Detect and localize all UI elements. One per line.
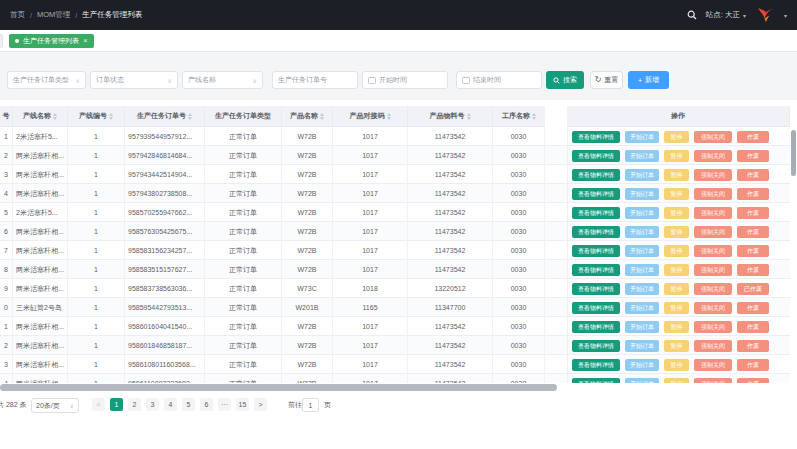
void-button[interactable]: 作废 xyxy=(737,321,769,333)
view-material-button[interactable]: 查看物料详情 xyxy=(572,226,620,238)
vertical-scrollbar-thumb[interactable] xyxy=(791,130,796,176)
breadcrumb-item[interactable]: 生产任务管理列表 xyxy=(82,10,142,20)
pause-button[interactable]: 暂停 xyxy=(664,359,689,371)
sort-carets-icon[interactable] xyxy=(109,113,113,120)
force-close-button[interactable]: 强制关闭 xyxy=(694,188,732,200)
horizontal-scrollbar[interactable] xyxy=(0,384,563,391)
col-header-line-name[interactable]: 产线名称 xyxy=(13,106,68,127)
prev-page-button[interactable]: < xyxy=(92,398,105,411)
sort-desc-icon[interactable] xyxy=(53,117,57,120)
pause-button[interactable]: 暂停 xyxy=(664,321,689,333)
view-material-button[interactable]: 查看物料详情 xyxy=(572,207,620,219)
clipped-tab[interactable] xyxy=(0,34,3,48)
void-button[interactable]: 作废 xyxy=(737,207,769,219)
force-close-button[interactable]: 强制关闭 xyxy=(694,169,732,181)
void-button[interactable]: 作废 xyxy=(737,131,769,143)
view-material-button[interactable]: 查看物料详情 xyxy=(572,283,620,295)
start-order-button[interactable]: 开始订单 xyxy=(625,378,659,384)
void-button[interactable]: 作废 xyxy=(737,378,769,384)
sort-carets-icon[interactable] xyxy=(467,113,471,120)
void-button[interactable]: 作废 xyxy=(737,188,769,200)
view-material-button[interactable]: 查看物料详情 xyxy=(572,302,620,314)
col-header-line-no[interactable]: 产线编号 xyxy=(68,106,125,127)
start-order-button[interactable]: 开始订单 xyxy=(625,131,659,143)
page-button[interactable]: 4 xyxy=(164,398,177,411)
force-close-button[interactable]: 强制关闭 xyxy=(694,226,732,238)
start-order-button[interactable]: 开始订单 xyxy=(625,245,659,257)
view-material-button[interactable]: 查看物料详情 xyxy=(572,340,620,352)
view-material-button[interactable]: 查看物料详情 xyxy=(572,188,620,200)
view-material-button[interactable]: 查看物料详情 xyxy=(572,131,620,143)
start-order-button[interactable]: 开始订单 xyxy=(625,169,659,181)
pause-button[interactable]: 暂停 xyxy=(664,283,689,295)
logo-phoenix-icon[interactable] xyxy=(755,6,775,24)
sort-asc-icon[interactable] xyxy=(188,113,192,116)
start-order-button[interactable]: 开始订单 xyxy=(625,264,659,276)
sort-desc-icon[interactable] xyxy=(320,117,324,120)
sort-desc-icon[interactable] xyxy=(109,117,113,120)
void-button[interactable]: 作废 xyxy=(737,150,769,162)
view-material-button[interactable]: 查看物料详情 xyxy=(572,245,620,257)
force-close-button[interactable]: 强制关闭 xyxy=(694,150,732,162)
sort-asc-icon[interactable] xyxy=(467,113,471,116)
start-date-input[interactable]: 开始时间 xyxy=(362,71,448,89)
page-button[interactable]: 1 xyxy=(110,398,123,411)
pause-button[interactable]: 暂停 xyxy=(664,150,689,162)
sort-desc-icon[interactable] xyxy=(467,117,471,120)
pause-button[interactable]: 暂停 xyxy=(664,264,689,276)
sort-carets-icon[interactable] xyxy=(188,113,192,120)
search-button[interactable]: 搜索 xyxy=(546,71,584,89)
force-close-button[interactable]: 强制关闭 xyxy=(694,302,732,314)
reset-button[interactable]: ↻ 重置 xyxy=(590,71,623,89)
next-page-button[interactable]: > xyxy=(254,398,267,411)
view-material-button[interactable]: 查看物料详情 xyxy=(572,264,620,276)
order-status-select[interactable]: 订单状态 ∨ xyxy=(90,71,178,89)
end-date-input[interactable]: 结束时间 xyxy=(456,71,542,89)
page-button[interactable]: 2 xyxy=(128,398,141,411)
start-order-button[interactable]: 开始订单 xyxy=(625,226,659,238)
page-button[interactable]: 5 xyxy=(182,398,195,411)
col-header-material-no[interactable]: 产品物料号 xyxy=(408,106,493,127)
sort-asc-icon[interactable] xyxy=(387,113,391,116)
sort-asc-icon[interactable] xyxy=(320,113,324,116)
pause-button[interactable]: 暂停 xyxy=(664,378,689,384)
force-close-button[interactable]: 强制关闭 xyxy=(694,359,732,371)
order-no-input[interactable]: 生产任务订单号 xyxy=(272,71,358,89)
start-order-button[interactable]: 开始订单 xyxy=(625,359,659,371)
pause-button[interactable]: 暂停 xyxy=(664,169,689,181)
sort-asc-icon[interactable] xyxy=(532,113,536,116)
force-close-button[interactable]: 强制关闭 xyxy=(694,245,732,257)
void-button[interactable]: 作废 xyxy=(737,359,769,371)
force-close-button[interactable]: 强制关闭 xyxy=(694,131,732,143)
pause-button[interactable]: 暂停 xyxy=(664,245,689,257)
page-button[interactable]: 15 xyxy=(236,398,249,411)
void-button[interactable]: 作废 xyxy=(737,169,769,181)
view-material-button[interactable]: 查看物料详情 xyxy=(572,169,620,181)
sort-carets-icon[interactable] xyxy=(53,113,57,120)
sort-desc-icon[interactable] xyxy=(532,117,536,120)
void-button[interactable]: 作废 xyxy=(737,226,769,238)
pause-button[interactable]: 暂停 xyxy=(664,188,689,200)
start-order-button[interactable]: 开始订单 xyxy=(625,321,659,333)
line-name-select[interactable]: 产线名称 ∨ xyxy=(182,71,263,89)
sort-asc-icon[interactable] xyxy=(109,113,113,116)
add-button[interactable]: + 新增 xyxy=(628,71,669,89)
col-header-process-name[interactable]: 工序名称 xyxy=(493,106,545,127)
col-header-dock-code[interactable]: 产品对接码 xyxy=(333,106,408,127)
sort-carets-icon[interactable] xyxy=(387,113,391,120)
more-pages-button[interactable]: ··· xyxy=(218,398,231,411)
force-close-button[interactable]: 强制关闭 xyxy=(694,283,732,295)
start-order-button[interactable]: 开始订单 xyxy=(625,188,659,200)
void-button[interactable]: 作废 xyxy=(737,245,769,257)
void-button[interactable]: 已作废 xyxy=(737,283,769,295)
sort-carets-icon[interactable] xyxy=(320,113,324,120)
force-close-button[interactable]: 强制关闭 xyxy=(694,264,732,276)
void-button[interactable]: 作废 xyxy=(737,302,769,314)
force-close-button[interactable]: 强制关闭 xyxy=(694,321,732,333)
goto-page-input[interactable]: 1 xyxy=(302,398,319,412)
start-order-button[interactable]: 开始订单 xyxy=(625,283,659,295)
close-icon[interactable]: × xyxy=(83,37,88,45)
search-icon[interactable] xyxy=(687,10,697,20)
view-material-button[interactable]: 查看物料详情 xyxy=(572,321,620,333)
view-material-button[interactable]: 查看物料详情 xyxy=(572,150,620,162)
